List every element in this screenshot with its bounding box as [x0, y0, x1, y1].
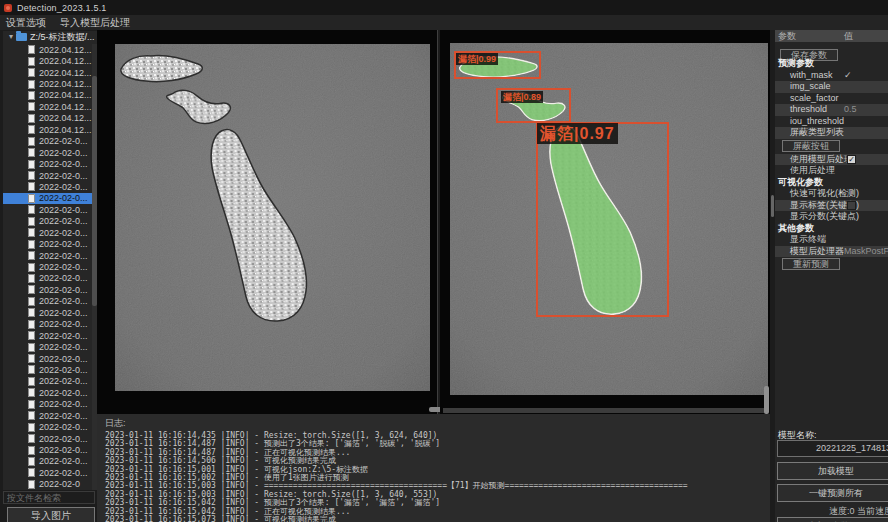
tree-file-label: 2022-02-0... [39, 319, 88, 329]
vertical-scrollbar-thumb[interactable] [764, 386, 769, 414]
tree-file-item[interactable]: 2022.04.12... [3, 90, 97, 101]
tree-file-item[interactable]: 2022-02-0... [3, 433, 97, 444]
tree-file-item[interactable]: 2022-02-0... [3, 181, 97, 192]
tree-file-label: 2022-02-0... [39, 205, 88, 215]
tree-file-item[interactable]: 2022-02-0... [3, 467, 97, 478]
predict-all-button[interactable]: 一键预测所有 [777, 484, 888, 502]
tree-file-item[interactable]: 2022.04.12... [3, 113, 97, 124]
detection-label: 漏箔|0.99 [456, 53, 498, 65]
tree-file-item[interactable]: 2022-02-0... [3, 456, 97, 467]
params-button-row: 屏蔽按钮 [775, 139, 888, 154]
tree-file-item[interactable]: 2022-02-0... [3, 421, 97, 432]
viewer-right-scrollbar-thumb[interactable] [771, 195, 774, 217]
tree-file-item[interactable]: 2022-02-0... [3, 238, 97, 249]
re-predict-button[interactable]: 重新预测 [782, 258, 840, 270]
tree-file-item[interactable]: 2022-02-0... [3, 193, 97, 204]
image-viewer-prediction[interactable]: 漏箔|0.99 漏箔|0.89 漏箔|0.97 [440, 30, 770, 414]
tree-root-node[interactable]: ▾ Z:/5-标注数据/... [3, 31, 97, 43]
params-button-row: 重新预测 [775, 257, 888, 272]
file-icon [28, 160, 35, 169]
tree-file-item[interactable]: 2022-02-0... [3, 444, 97, 455]
file-icon [28, 446, 35, 455]
file-icon [28, 400, 35, 409]
file-icon [28, 411, 35, 420]
checkbox-empty[interactable] [847, 201, 856, 210]
file-list: 2022.04.12...2022.04.12...2022.04.12...2… [3, 44, 97, 490]
mask-types-button[interactable]: 屏蔽按钮 [782, 140, 840, 152]
file-icon [28, 285, 35, 294]
postprocess-settings-button[interactable]: 后处理参数设置 [777, 517, 888, 522]
tree-file-item[interactable]: 2022-02-0... [3, 250, 97, 261]
tree-file-label: 2022-02-0... [39, 182, 88, 192]
tree-file-item[interactable]: 2022-02-0... [3, 284, 97, 295]
tree-file-item[interactable]: 2022.04.12... [3, 55, 97, 66]
tree-file-item[interactable]: 2022-02-0... [3, 307, 97, 318]
tree-file-label: 2022-02-0... [39, 159, 88, 169]
tree-file-item[interactable]: 2022-02-0... [3, 410, 97, 421]
file-icon [28, 468, 35, 477]
tree-file-item[interactable]: 2022-02-0... [3, 341, 97, 352]
tree-file-item[interactable]: 2022-02-0... [3, 399, 97, 410]
file-icon [28, 217, 35, 226]
tree-file-item[interactable]: 2022.04.12... [3, 124, 97, 135]
file-icon [28, 480, 35, 489]
param-label: 使用后处理 [775, 165, 835, 175]
tree-root-label: Z:/5-标注数据/... [30, 31, 95, 44]
file-icon [28, 320, 35, 329]
tree-file-item[interactable]: 2022-02-0... [3, 319, 97, 330]
log-panel: 日志: 2023-01-11 16:16:14,435 |INFO| - Res… [97, 414, 770, 522]
param-label: with_mask [775, 70, 833, 80]
file-icon [28, 297, 35, 306]
tree-file-item[interactable]: 2022-02-0... [3, 330, 97, 341]
tree-file-item[interactable]: 2022.04.12... [3, 44, 97, 55]
tree-file-label: 2022-02-0... [39, 342, 88, 352]
tree-file-item[interactable]: 2022-02-0... [3, 364, 97, 375]
tree-file-item[interactable]: 2022-02-0... [3, 273, 97, 284]
tree-file-item[interactable]: 2022-02-0... [3, 204, 97, 215]
param-row: img_scale [775, 81, 888, 93]
tree-file-item[interactable]: 2022-02-0... [3, 136, 97, 147]
tree-file-item[interactable]: 2022-02-0... [3, 216, 97, 227]
tree-file-label: 2022-02-0... [39, 422, 88, 432]
tree-file-item[interactable]: 2022-02-0... [3, 376, 97, 387]
tree-file-item[interactable]: 2022-02-0... [3, 170, 97, 181]
search-input[interactable] [3, 491, 95, 504]
tree-file-item[interactable]: 2022-02-0 [3, 479, 97, 490]
menu-item-settings[interactable]: 设置选项 [6, 16, 46, 30]
tree-file-label: 2022-02-0... [39, 285, 88, 295]
import-images-button[interactable]: 导入图片 [7, 507, 95, 522]
checkbox-checked[interactable]: ✓ [847, 155, 856, 164]
menu-item-import-model-postprocess[interactable]: 导入模型后处理 [60, 16, 130, 30]
model-name-field[interactable]: 20221225_174813 [777, 440, 888, 457]
title-bar: Detection_2023.1.5.1 [0, 0, 888, 15]
tree-file-item[interactable]: 2022-02-0... [3, 387, 97, 398]
file-icon [28, 388, 35, 397]
tree-file-label: 2022-02-0... [39, 136, 88, 146]
viewer-divider[interactable] [437, 30, 438, 414]
tree-file-item[interactable]: 2022-02-0... [3, 353, 97, 364]
tree-file-label: 2022-02-0... [39, 354, 88, 364]
file-icon [28, 68, 35, 77]
tree-file-item[interactable]: 2022.04.12... [3, 67, 97, 78]
image-viewer-original[interactable] [97, 30, 437, 414]
tree-file-label: 2022-02-0... [39, 148, 88, 158]
tree-file-item[interactable]: 2022-02-0... [3, 296, 97, 307]
log-lines[interactable]: 2023-01-11 16:16:14,435 |INFO| - Resize:… [105, 432, 770, 522]
tree-file-item[interactable]: 2022-02-0... [3, 261, 97, 272]
tree-file-label: 2022-02-0... [39, 239, 88, 249]
tree-file-item[interactable]: 2022.04.12... [3, 78, 97, 89]
load-model-button[interactable]: 加载模型 [777, 462, 888, 480]
param-row: 显示分数(关键点) [775, 211, 888, 223]
param-label: img_scale [775, 81, 831, 91]
tree-file-item[interactable]: 2022.04.12... [3, 101, 97, 112]
horizontal-scrollbar[interactable] [443, 408, 765, 413]
tree-file-item[interactable]: 2022-02-0... [3, 227, 97, 238]
file-icon [28, 263, 35, 272]
param-value: MaskPostPro [844, 246, 888, 258]
tree-file-label: 2022.04.12... [39, 113, 92, 123]
tree-file-item[interactable]: 2022-02-0... [3, 147, 97, 158]
param-label: 模型后处理器 [775, 246, 844, 256]
file-icon [28, 114, 35, 123]
tree-file-label: 2022-02-0... [39, 193, 88, 203]
tree-file-item[interactable]: 2022-02-0... [3, 158, 97, 169]
